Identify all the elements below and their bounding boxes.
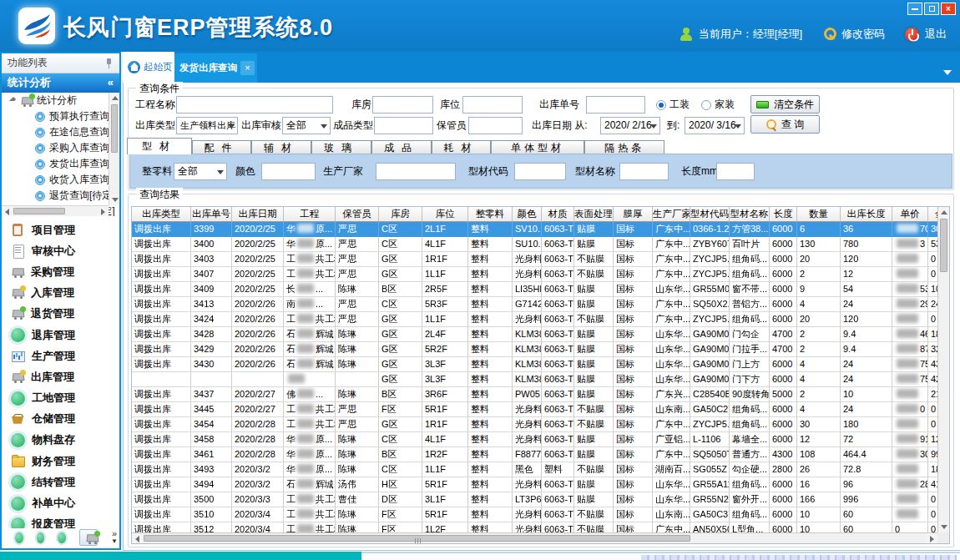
column-header-膜厚[interactable]: 膜厚 (614, 207, 653, 222)
column-header-出库日期[interactable]: 出库日期 (232, 207, 284, 222)
tree-hscrollbar[interactable] (2, 205, 109, 216)
tree-item[interactable]: 发货出库查询 (2, 156, 119, 172)
bottom-watermark (641, 555, 957, 560)
column-header-整零料[interactable]: 整零料 (468, 207, 513, 222)
cart-button[interactable] (79, 529, 99, 546)
pin-icon[interactable] (104, 58, 113, 68)
column-header-出库长度[interactable]: 出库长度 (841, 207, 892, 222)
sidebar-item-审核中心[interactable]: 审核中心 (3, 240, 118, 261)
tree-item[interactable]: 预算执行查询 (2, 108, 119, 124)
table-row[interactable]: 调拨出库35102020/3/4工共工程陈琳F区5R1F整料光身料6063-T5… (132, 507, 937, 522)
table-row[interactable]: 调拨出库34302020/2/26石辉城陈琳G区3L3F整料KLM3817606… (132, 357, 937, 372)
sidebar-item-退库管理[interactable]: 退库管理 (3, 325, 118, 346)
table-row[interactable]: 调拨出库34132020/2/26南...严思C区5R3F整料G71422606… (132, 297, 937, 312)
code-input[interactable] (514, 163, 566, 180)
sidebar-item-出库管理[interactable]: 出库管理 (3, 366, 118, 387)
tree-vscrollbar[interactable] (109, 93, 119, 205)
sidebar-item-补单中心[interactable]: 补单中心 (3, 492, 118, 513)
table-row[interactable]: 调拨出库35122020/3/4工共工程陈琳F区1L2F整料光身料6063-T5… (132, 522, 937, 532)
column-header-保管员[interactable]: 保管员 (336, 207, 379, 222)
sidebar-item-项目管理[interactable]: 项目管理 (3, 219, 118, 240)
section-ball-icon[interactable] (58, 532, 66, 543)
maker-input[interactable] (376, 163, 456, 180)
node-icon (35, 144, 45, 154)
table-row[interactable]: 调拨出库35002020/3/3工共工程曹佳D区3L1F整料LT3P606063… (132, 492, 937, 507)
column-header-工程[interactable]: 工程 (284, 207, 336, 222)
node-icon (35, 112, 45, 122)
sidebar-item-仓储管理[interactable]: 仓储管理 (3, 409, 118, 430)
section-ball-icon[interactable] (37, 532, 45, 543)
tree-item[interactable]: 收货入库查询 (2, 172, 119, 188)
name-label: 型材名称 (575, 163, 615, 179)
column-header-出库类型[interactable]: 出库类型 (132, 207, 191, 222)
table-row[interactable]: 调拨出库34942020/3/2石辉城汤伟H区5R1F整料光身料6063-T5贴… (132, 477, 937, 492)
table-row[interactable]: 调拨出库34092020/2/25长...陈琳B区2R5F整料LI35HD606… (132, 282, 937, 297)
notepad-icon (11, 244, 25, 258)
sidebar-item-入库管理[interactable]: 入库管理 (3, 283, 118, 304)
tab-active[interactable]: 发货出库查询 × (174, 53, 257, 83)
table-row[interactable]: 调拨出库33992020/2/25华原...严思C区2L1F整料SV10...6… (132, 222, 937, 237)
table-row[interactable]: 调拨出库34582020/2/28华原...陈琳C区4L1F整料光身料6063-… (132, 432, 937, 447)
sidebar-item-结转管理[interactable]: 结转管理 (3, 472, 118, 492)
table-row[interactable]: 调拨出库34242020/2/26工共工程严思G区1L1F整料光身料6063-T… (132, 312, 937, 327)
column-header-库房[interactable]: 库房 (379, 207, 422, 222)
sidebar-item-采购管理[interactable]: 采购管理 (3, 261, 118, 282)
tab-home[interactable]: 起始页 (123, 52, 174, 83)
tree-item[interactable]: 采购入库查询 (2, 140, 119, 156)
table-row[interactable]: 调拨出库34932020/3/2华原...陈琳C区1L1F整料黑色塑料不贴膜国标… (132, 462, 937, 477)
sidebar-item-生产管理[interactable]: 生产管理 (3, 346, 118, 366)
logout-link[interactable]: 退出 (925, 27, 947, 42)
table-row[interactable]: 调拨出库34292020/2/26石辉城陈琳G区5R2F整料KLM3817606… (132, 342, 937, 357)
grid-hscrollbar[interactable] (132, 532, 937, 543)
column-header-金额[interactable]: 金额 (928, 207, 937, 222)
close-button[interactable]: × (941, 3, 956, 15)
tree-root[interactable]: 统计分析 (2, 93, 119, 108)
column-header-出库单号[interactable]: 出库单号 (191, 207, 232, 222)
tab-list-dropdown-icon[interactable] (943, 70, 952, 75)
whole-part-combo[interactable]: 全部 (174, 163, 227, 180)
name-input[interactable] (619, 163, 669, 180)
sidebar-item-物料盘存[interactable]: 物料盘存 (3, 430, 118, 451)
table-row[interactable]: 调拨出库34072020/2/25工共工程严思G区1L1F整料光身料6063-T… (132, 267, 937, 282)
color-input[interactable] (261, 163, 316, 180)
table-row[interactable]: 调拨出库34002020/2/25华原...严思C区4L1F整料SU10...6… (132, 237, 937, 252)
table-row[interactable]: 调拨出库34282020/2/26石辉城陈琳G区2L4F整料KLM3817606… (132, 327, 937, 342)
collapse-icon[interactable]: « (108, 73, 114, 92)
table-row[interactable]: G区3L3F整料KLM38176063-T5贴膜国标山东华...GA90M09.… (132, 372, 937, 387)
current-user-label: 当前用户：经理[经理] (699, 27, 802, 42)
more-sections-button[interactable]: »▼ (111, 530, 118, 545)
grid-vscrollbar[interactable] (937, 207, 949, 532)
tab-close-icon[interactable]: × (240, 61, 255, 75)
tree-item[interactable]: 在途信息查询[待 (2, 124, 119, 140)
table-row[interactable]: 调拨出库34612020/2/28华原...陈琳B区1R2F整料F8877FT6… (132, 447, 937, 462)
material-tab-型材[interactable]: 型材 (127, 138, 192, 154)
table-row[interactable]: 调拨出库34372020/2/27佛...陈琳B区3R6F整料PW056063-… (132, 387, 937, 402)
table-row[interactable]: 调拨出库34542020/2/28工共工程严思G区1R1F整料光身料6063-T… (132, 417, 937, 432)
change-password-link[interactable]: 修改密码 (841, 27, 885, 42)
results-group-title: 查询结果 (136, 188, 183, 202)
length-input[interactable] (716, 163, 755, 180)
table-row[interactable]: 调拨出库34032020/2/25工共工程严思G区1R1F整料光身料6063-T… (132, 252, 937, 267)
sidebar-item-工地管理[interactable]: 工地管理 (3, 388, 118, 409)
column-header-长度[interactable]: 长度 (770, 207, 797, 222)
sidebar-item-退货管理[interactable]: 退货管理 (3, 304, 118, 325)
column-header-材质[interactable]: 材质 (542, 207, 574, 222)
column-header-型材代码[interactable]: 型材代码 (690, 207, 730, 222)
column-header-数量[interactable]: 数量 (797, 207, 841, 222)
section-ball-icon[interactable] (15, 532, 23, 543)
sidebar-section-header[interactable]: 统计分析 « (2, 73, 119, 93)
results-groupbox: 查询结果 出库类型出库单号出库日期工程保管员库房库位整零料颜色材质表面处理膜厚生… (128, 194, 954, 547)
column-header-库位[interactable]: 库位 (422, 207, 468, 222)
column-header-颜色[interactable]: 颜色 (513, 207, 542, 222)
column-header-表面处理[interactable]: 表面处理 (574, 207, 614, 222)
chart-icon (11, 349, 25, 363)
maximize-button[interactable] (924, 3, 939, 15)
tree-item[interactable]: 退货查询[待定] (2, 188, 119, 204)
minimize-button[interactable] (907, 3, 922, 15)
sidebar-item-财务管理[interactable]: 财务管理 (3, 451, 118, 472)
sidebar-item-报废管理[interactable]: 报废管理 (3, 514, 118, 528)
column-header-单价[interactable]: 单价 (892, 207, 928, 222)
column-header-型材名称[interactable]: 型材名称 (730, 207, 770, 222)
column-header-生产厂家[interactable]: 生产厂家 (653, 207, 690, 222)
table-row[interactable]: 调拨出库34452020/2/27工共工程严思F区5R1F整料光身料6063-T… (132, 402, 937, 417)
